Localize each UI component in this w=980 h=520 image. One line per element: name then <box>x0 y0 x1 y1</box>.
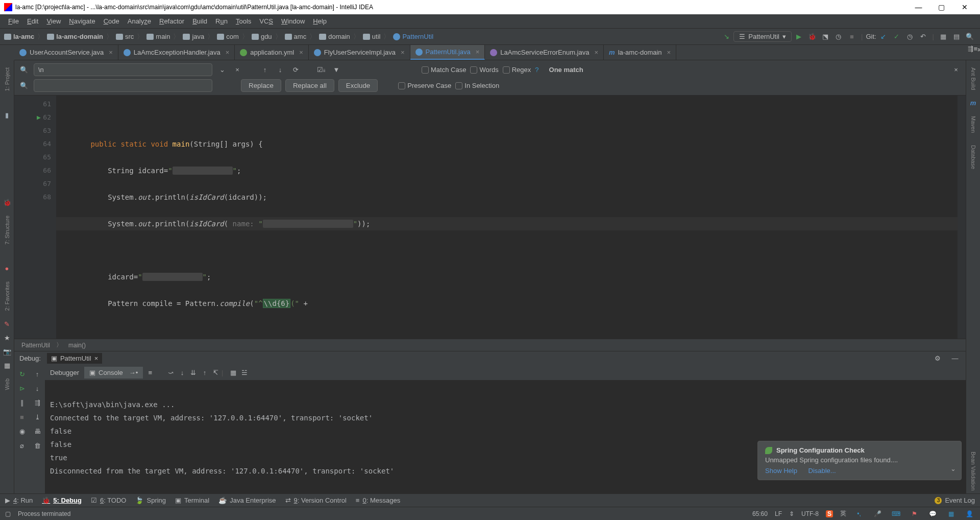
breadcrumb[interactable]: util <box>363 33 381 40</box>
code-editor[interactable]: 61 62 ▶ 63 64 65 66 67 68 public static … <box>14 96 966 339</box>
breadcrumb[interactable]: gdu <box>252 33 272 40</box>
encoding[interactable]: UTF-8 <box>801 510 819 517</box>
regex-check[interactable]: Regex <box>503 66 531 74</box>
words-check[interactable]: Words <box>470 66 498 74</box>
rerun-icon[interactable]: ↻ <box>15 367 29 381</box>
run-gutter-icon[interactable]: ▶ <box>37 111 41 124</box>
git-revert-icon[interactable]: ↶ <box>917 31 929 43</box>
pause-icon[interactable]: ∥ <box>15 396 29 409</box>
tool-project[interactable]: 1: Project <box>4 64 10 94</box>
print-icon[interactable]: 🖶 <box>31 424 44 438</box>
person-icon[interactable]: 👤 <box>964 509 975 519</box>
stop-button[interactable]: ■ <box>846 31 858 43</box>
tab-user-account-service[interactable]: UserAccountService.java× <box>14 45 118 60</box>
tool-favorites[interactable]: 2: Favorites <box>4 278 10 314</box>
breadcrumb[interactable]: com <box>217 33 239 40</box>
tw-todo[interactable]: ☑ 6: TODO <box>91 497 127 504</box>
tray-icon[interactable]: •, <box>853 509 865 519</box>
watch-icon[interactable]: ☱ <box>239 367 250 379</box>
mic-icon[interactable]: 🎤 <box>872 509 883 519</box>
notif-help-link[interactable]: Show Help <box>765 467 797 475</box>
breadcrumb[interactable]: domain <box>319 33 350 40</box>
step-into-icon[interactable]: ↓ <box>177 367 188 379</box>
ime-indicator[interactable]: S <box>826 510 833 517</box>
maximize-button[interactable]: ▢ <box>930 0 953 14</box>
stop-icon[interactable]: ■ <box>15 410 29 423</box>
windows-icon[interactable]: ▢ <box>5 510 11 517</box>
tab-exception-handler[interactable]: LaAmcExceptionHandler.java× <box>118 45 235 60</box>
wrap-icon[interactable]: ⇶ <box>31 396 44 409</box>
tab-error-enum[interactable]: LaAmcServiceErrorEnum.java× <box>485 45 604 60</box>
breadcrumb[interactable]: amc <box>285 33 307 40</box>
breadcrumb[interactable]: main <box>146 33 170 40</box>
notif-disable-link[interactable]: Disable... <box>808 467 836 475</box>
evaluate-icon[interactable]: ▦ <box>228 367 239 379</box>
breakpoint-icon[interactable]: ● <box>5 265 9 272</box>
menu-vcs[interactable]: VCS <box>255 15 277 27</box>
layout-icon[interactable]: ▦ <box>4 362 10 369</box>
breadcrumb[interactable]: src <box>116 33 134 40</box>
clear-icon[interactable]: × <box>232 64 243 76</box>
git-commit-icon[interactable]: ✓ <box>891 31 903 43</box>
subtab-console[interactable]: ▣Console→• <box>84 367 143 379</box>
prev-match-icon[interactable]: ↑ <box>259 64 271 76</box>
breadcrumb[interactable]: la-amc-domain <box>47 33 103 40</box>
tw-vcs[interactable]: ⇄ 9: Version Control <box>285 497 347 504</box>
editor-minimap[interactable] <box>958 96 966 339</box>
keyboard-icon[interactable]: ⌨ <box>890 509 901 519</box>
clear-icon[interactable]: 🗑 <box>31 439 44 452</box>
debug-button[interactable]: 🐞 <box>806 31 818 43</box>
filter-icon[interactable]: ▼ <box>331 64 342 76</box>
next-match-icon[interactable]: ↓ <box>275 64 286 76</box>
close-icon[interactable]: × <box>476 48 480 56</box>
grid-icon[interactable]: ▦ <box>945 509 957 519</box>
tool-database[interactable]: Database <box>970 142 976 172</box>
folder-icon[interactable]: ▮ <box>5 111 9 119</box>
coverage-button[interactable]: ⬔ <box>819 31 831 43</box>
close-find-icon[interactable]: × <box>950 64 962 76</box>
tool-maven[interactable]: Maven <box>970 113 976 136</box>
drop-frame-icon[interactable]: ↸ <box>210 367 222 379</box>
menu-navigate[interactable]: Navigate <box>65 15 99 27</box>
menu-edit[interactable]: Edit <box>23 15 42 27</box>
up-icon[interactable]: ↑ <box>31 367 44 381</box>
tool-web[interactable]: Web <box>4 375 10 393</box>
tw-spring[interactable]: 🍃 Spring <box>135 497 166 504</box>
star-icon[interactable]: ★ <box>4 334 10 342</box>
run-config-select[interactable]: ☰ PatternUtil ▾ <box>733 31 792 42</box>
threads-icon[interactable]: ≡ <box>143 367 157 379</box>
debug-minimize-icon[interactable]: — <box>949 353 961 364</box>
tw-event-log[interactable]: 3 Event Log <box>935 497 975 504</box>
force-step-into-icon[interactable]: ⇊ <box>188 367 199 379</box>
close-icon[interactable]: × <box>667 49 671 56</box>
exclude-button[interactable]: Exclude <box>338 79 378 92</box>
preserve-case-check[interactable]: Preserve Case <box>398 82 451 89</box>
menu-window[interactable]: Window <box>277 15 309 27</box>
resume-icon[interactable]: ⊳ <box>15 382 29 395</box>
minimize-button[interactable]: — <box>907 0 930 14</box>
step-out-icon[interactable]: ↑ <box>199 367 210 379</box>
tool-structure[interactable]: 7: Structure <box>4 212 10 248</box>
tw-javaee[interactable]: ☕ Java Enterprise <box>218 497 276 504</box>
debug-settings-icon[interactable]: ⚙ <box>932 353 943 364</box>
menu-tools[interactable]: Tools <box>232 15 255 27</box>
close-button[interactable]: ✕ <box>953 0 976 14</box>
breadcrumb[interactable]: java <box>183 33 204 40</box>
line-ending[interactable]: LF <box>775 510 782 517</box>
scroll-end-icon[interactable]: ⤓ <box>31 410 44 423</box>
tabs-list-icon[interactable]: ⇶≡₃ <box>968 45 980 60</box>
crumb-class[interactable]: PatternUtil <box>21 342 50 349</box>
view-breakpoints-icon[interactable]: ◉ <box>15 424 29 438</box>
profile-button[interactable]: ◷ <box>832 31 845 43</box>
step-over-icon[interactable]: ⤻ <box>165 367 177 379</box>
tw-debug[interactable]: 🐞 5: Debug <box>42 497 82 504</box>
tool-ant[interactable]: Ant Build <box>970 64 976 93</box>
close-icon[interactable]: × <box>226 49 230 56</box>
menu-build[interactable]: Build <box>188 15 211 27</box>
close-icon[interactable]: × <box>109 49 113 56</box>
search-everywhere-icon[interactable]: 🔍 <box>964 31 976 43</box>
search-input[interactable] <box>34 63 212 76</box>
menu-refactor[interactable]: Refactor <box>155 15 188 27</box>
in-selection-check[interactable]: In Selection <box>455 82 499 89</box>
close-icon[interactable]: × <box>94 354 99 362</box>
